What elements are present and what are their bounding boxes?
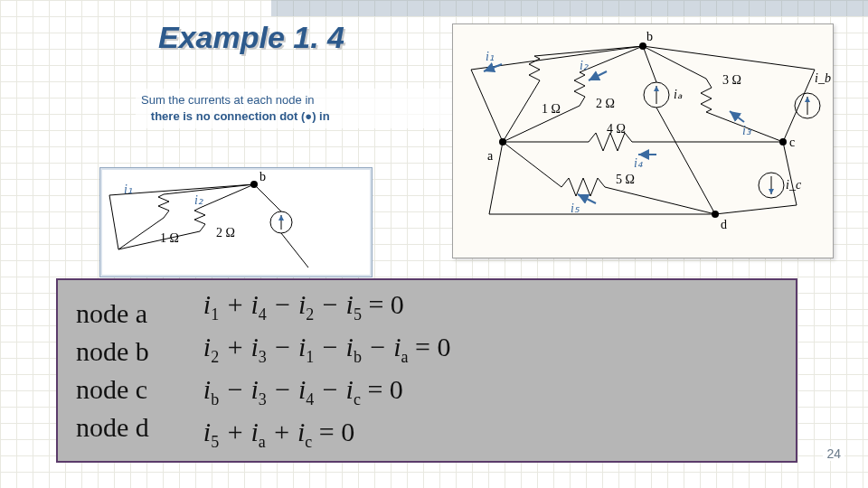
eq-label-a: node a: [76, 298, 149, 329]
svg-text:1 Ω: 1 Ω: [160, 231, 179, 245]
instruction-line-bold: there is no connection dot (●) in: [151, 109, 330, 123]
svg-text:i₂: i₂: [194, 193, 203, 207]
current-i3-label: i₃: [742, 124, 752, 137]
eq-d: i5 + ia + ic = 0: [203, 417, 451, 452]
eq-c: ib − i3 − i4 − ic = 0: [203, 374, 451, 409]
current-ia-label: iₐ: [674, 88, 683, 101]
node-b-label: b: [646, 30, 653, 43]
svg-text:i₁: i₁: [124, 183, 133, 196]
header-accent-bar: [271, 0, 868, 16]
circuit-figure-large: b a c d 1 Ω 2 Ω 3 Ω 4 Ω 5 Ω iₐ i_b: [452, 23, 834, 258]
eq-a: i1 + i4 − i2 − i5 = 0: [203, 289, 451, 324]
eq-label-c: node c: [76, 374, 149, 405]
resistor-2ohm: 2 Ω: [596, 97, 615, 110]
page-number: 24: [823, 446, 844, 461]
current-i5-label: i₅: [571, 202, 580, 215]
circuit-figure-small: b i₁ i₂ 1 Ω 2 Ω: [99, 167, 373, 277]
resistor-3ohm: 3 Ω: [722, 73, 741, 87]
resistor-1ohm: 1 Ω: [542, 102, 561, 116]
equation-expressions: i1 + i4 − i2 − i5 = 0 i2 + i3 − i1 − ib …: [203, 289, 451, 452]
node-a-label: a: [487, 149, 494, 163]
svg-text:b: b: [259, 170, 266, 183]
node-d-label: d: [721, 218, 727, 231]
equation-labels: node a node b node c node d: [76, 298, 149, 443]
eq-label-d: node d: [76, 412, 149, 443]
current-i4-label: i₄: [634, 156, 643, 170]
equations-panel: node a node b node c node d i1 + i4 − i2…: [56, 278, 797, 463]
svg-text:2 Ω: 2 Ω: [216, 226, 235, 239]
eq-b: i2 + i3 − i1 − ib − ia = 0: [203, 332, 451, 367]
node-c-label: c: [789, 136, 795, 149]
eq-label-b: node b: [76, 336, 149, 367]
current-ib-label: i_b: [815, 71, 831, 85]
resistor-5ohm: 5 Ω: [616, 173, 635, 186]
current-ic-label: i_c: [786, 178, 802, 192]
resistor-4ohm: 4 Ω: [607, 122, 626, 136]
current-i1-label: i₁: [486, 50, 495, 63]
instruction-line: Sum the currents at each node in: [141, 93, 315, 107]
current-i2-label: i₂: [580, 59, 589, 72]
page-title: Example 1. 4: [158, 20, 344, 55]
